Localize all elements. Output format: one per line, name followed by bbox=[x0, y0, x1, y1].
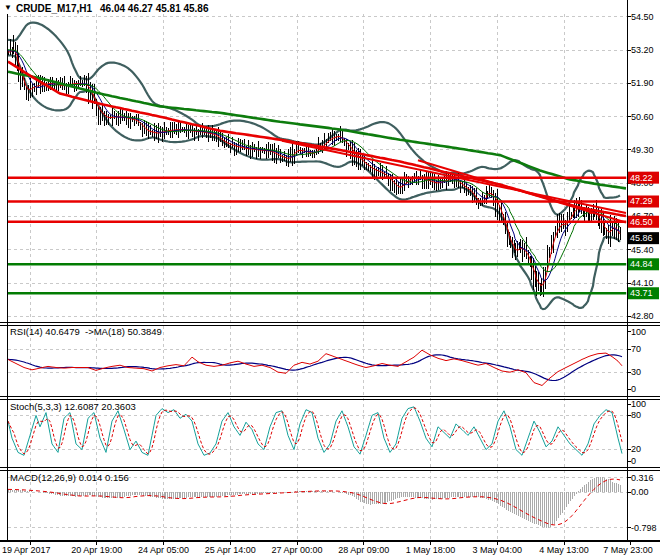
trendline-2[interactable] bbox=[418, 160, 626, 222]
stoch-k-line bbox=[8, 407, 622, 455]
rsi-tick-label: 100 bbox=[631, 327, 646, 337]
time-tick-label: 28 Apr 09:00 bbox=[338, 545, 389, 555]
macd-tick-label: -0.798 bbox=[631, 523, 657, 533]
stoch-tick-label: 20 bbox=[631, 444, 641, 454]
time-tick-label: 1 May 18:00 bbox=[406, 545, 456, 555]
time-tick-label: 24 Apr 05:00 bbox=[138, 545, 189, 555]
macd-tick-label: 0.00 bbox=[631, 487, 649, 497]
rsi-indicator-label: RSI(14) 40.6479 ->MA(18) 50.3849 bbox=[10, 326, 162, 337]
rsi-tick-label: 0 bbox=[631, 384, 636, 394]
rsi-tick-label: 30 bbox=[631, 367, 641, 377]
stoch-d-line bbox=[8, 408, 622, 455]
rsi-panel bbox=[8, 350, 622, 385]
price-panel bbox=[8, 23, 627, 310]
time-tick-label: 27 Apr 00:00 bbox=[271, 545, 322, 555]
macd-histogram bbox=[8, 477, 620, 528]
stoch-indicator-label: Stoch(5,3,3) 12.6087 20.3603 bbox=[10, 401, 136, 412]
price-badge-label: 43.71 bbox=[630, 288, 653, 298]
stoch-panel bbox=[8, 407, 622, 455]
price-tick-label: 53.20 bbox=[631, 45, 654, 55]
price-tick-label: 45.40 bbox=[631, 245, 654, 255]
price-badge-label: 45.86 bbox=[630, 233, 653, 243]
panel-separators bbox=[0, 0, 660, 541]
stoch-tick-label: 100 bbox=[631, 399, 646, 409]
symbol-dropdown-icon[interactable]: ▼ bbox=[4, 3, 12, 12]
stoch-tick-label: 0 bbox=[631, 456, 636, 466]
price-badge-label: 48.22 bbox=[630, 173, 653, 183]
macd-tick-label: 0.316 bbox=[631, 473, 654, 483]
price-tick-label: 44.10 bbox=[631, 278, 654, 288]
time-tick-label: 7 May 23:00 bbox=[603, 545, 653, 555]
price-badge-label: 46.50 bbox=[630, 217, 653, 227]
rsi-tick-label: 70 bbox=[631, 344, 641, 354]
chart-title-bar: ▼ CRUDE_M17,H1 46.04 46.27 45.81 45.86 bbox=[4, 2, 209, 14]
time-tick-label: 25 Apr 14:00 bbox=[205, 545, 256, 555]
ma-thick-green bbox=[8, 72, 626, 189]
price-badge-label: 44.84 bbox=[630, 259, 653, 269]
price-tick-label: 50.60 bbox=[631, 112, 654, 122]
price-tick-label: 54.50 bbox=[631, 12, 654, 22]
price-badge-label: 47.29 bbox=[630, 196, 653, 206]
time-tick-label: 4 May 13:00 bbox=[539, 545, 589, 555]
time-tick-label: 3 May 04:00 bbox=[472, 545, 522, 555]
time-tick-label: 20 Apr 19:00 bbox=[71, 545, 122, 555]
macd-indicator-label: MACD(12,26,9) 0.014 0.156 bbox=[10, 472, 129, 483]
price-tick-label: 42.80 bbox=[631, 311, 654, 321]
price-tick-label: 49.30 bbox=[631, 145, 654, 155]
symbol-period-label: CRUDE_M17,H1 bbox=[16, 3, 92, 14]
time-tick-label: 19 Apr 2017 bbox=[2, 545, 51, 555]
rsi-ma-line bbox=[8, 355, 622, 381]
price-tick-label: 51.90 bbox=[631, 78, 654, 88]
ohlc-values: 46.04 46.27 45.81 45.86 bbox=[100, 3, 208, 14]
trading-chart-window: ▼ CRUDE_M17,H1 46.04 46.27 45.81 45.86 R… bbox=[0, 0, 660, 560]
macd-panel bbox=[8, 477, 620, 528]
stoch-tick-label: 80 bbox=[631, 410, 641, 420]
